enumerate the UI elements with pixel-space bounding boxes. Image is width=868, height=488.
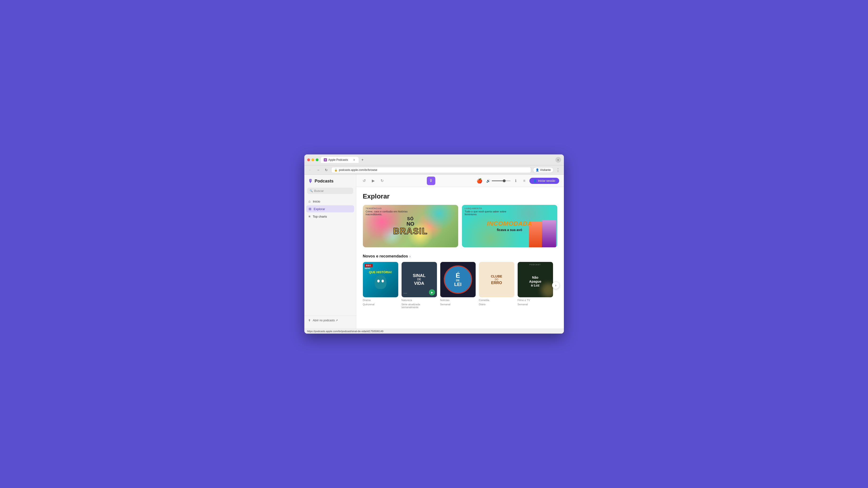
featured-grid: TENDÊNCIAS Crime, caos e confusão em his… — [363, 205, 557, 247]
sinal-frequency: Série atualizada semanalmente — [402, 303, 437, 308]
main-content: Explorar TENDÊNCIAS Crime, caos e confus… — [356, 187, 564, 329]
address-bar[interactable]: 🔒 podcasts.apple.com/br/browse — [331, 167, 531, 173]
section-new-chevron[interactable]: › — [409, 254, 410, 258]
bbc-logo: BBC — [365, 264, 373, 267]
address-text: podcasts.apple.com/br/browse — [339, 168, 377, 172]
card-incomodada-tag: LANÇAMENTO — [465, 207, 482, 209]
status-url: https://podcasts.apple.com/br/podcast/si… — [307, 330, 384, 333]
incomodada-title-line2: ficava a sua avó — [487, 228, 532, 232]
queue-button[interactable]: ≡ — [521, 177, 528, 184]
sinal-vida: VIDA — [413, 281, 426, 286]
maximize-button[interactable] — [316, 158, 318, 161]
status-bar: https://podcasts.apple.com/br/podcast/si… — [304, 329, 564, 333]
sinal-title-top: SINAL — [413, 273, 426, 278]
right-eye — [381, 280, 384, 283]
info-button[interactable]: ℹ — [513, 177, 519, 184]
tabs-area: 🎙 Apple Podcasts ✕ + — [321, 157, 553, 163]
featured-card-brasil[interactable]: TENDÊNCIAS Crime, caos e confusão em his… — [363, 205, 458, 247]
bbc-face-illustration — [373, 275, 388, 291]
volume-fill — [492, 181, 503, 181]
forward-button[interactable]: → — [315, 167, 321, 173]
podcast-card-edel[interactable]: É DE LEI Notícias Semanal — [440, 262, 476, 308]
podcast-thumb-bbc: BBC NEWS QUE HISTÓRIA! — [363, 262, 398, 297]
media-center: ↺ ▶ ↻ 🎙 🍎 — [361, 176, 483, 185]
podcast-center-icon: 🎙 — [427, 176, 435, 185]
sidebar-item-top-charts[interactable]: ≡ Top charts — [306, 213, 354, 220]
sinal-text: SINAL DE VIDA — [413, 273, 426, 286]
media-bar: ↺ ▶ ↻ 🎙 🍎 🔊 ℹ — [356, 175, 564, 187]
signin-button[interactable]: 👤 Iniciar sessão — [529, 178, 559, 184]
featured-card-incomodada[interactable]: LANÇAMENTO Tudo o que você queria saber … — [462, 205, 557, 247]
podcast-card-nao[interactable]: PODCAST Não Apague a Luz Filme e TV — [518, 262, 553, 308]
nao-top-label: PODCAST — [530, 264, 541, 265]
refresh-button[interactable]: ↻ — [323, 167, 329, 173]
edel-circle: É DE LEI — [444, 265, 472, 294]
sidebar: 🎙 Podcasts 🔍 Buscar ⌂ Início ⊞ Explorar … — [304, 175, 356, 329]
podcasts-logo-icon: 🎙 — [308, 178, 313, 184]
more-options-button[interactable]: ⋮ — [555, 167, 561, 173]
home-icon: ⌂ — [309, 199, 310, 203]
play-button[interactable]: ▶ — [370, 177, 377, 184]
sidebar-item-explorar[interactable]: ⊞ Explorar — [306, 205, 354, 213]
search-icon: 🔍 — [310, 189, 313, 192]
clube-genre: Comédia — [479, 299, 514, 301]
close-button[interactable] — [307, 158, 310, 161]
back-button[interactable]: ← — [307, 167, 313, 173]
active-tab[interactable]: 🎙 Apple Podcasts ✕ — [321, 157, 359, 163]
tab-favicon: 🎙 — [324, 158, 327, 161]
podcast-card-clube[interactable]: CLUBE DO ERRO Comédia Diário — [479, 262, 514, 308]
nao-line1: Não — [529, 275, 541, 280]
face-eyes — [377, 280, 384, 283]
podcasts-row-container: BBC NEWS QUE HISTÓRIA! — [363, 262, 557, 308]
clube-title: CLUBE — [491, 274, 502, 278]
edel-lei: LEI — [454, 282, 462, 287]
nav-bar: ← → ↻ 🔒 podcasts.apple.com/br/browse 👤 V… — [304, 165, 564, 175]
list-icon: ≡ — [309, 215, 310, 218]
user-button[interactable]: 👤 Visitante — [533, 167, 554, 173]
nao-text: Não Apague a Luz — [529, 275, 541, 287]
card-brasil-text: SÓ NO BRASIL — [393, 217, 428, 235]
incomodada-title-line1: INCOMODADA — [487, 220, 532, 227]
edel-genre: Notícias — [440, 299, 476, 301]
nao-artwork: PODCAST Não Apague a Luz — [518, 262, 553, 297]
card-incomodada-subtitle: Tudo o que você queria saber sobre femin… — [465, 210, 507, 216]
signin-label: Iniciar sessão — [538, 179, 555, 183]
clube-erro: ERRO — [491, 281, 502, 285]
bbc-news-label: NEWS — [365, 267, 370, 269]
podcast-card-bbc[interactable]: BBC NEWS QUE HISTÓRIA! — [363, 262, 398, 308]
minimize-button[interactable] — [311, 158, 314, 161]
open-podcasts-footer[interactable]: 🎙 Abrir no podcasts ↗ — [304, 316, 356, 325]
podcast-thumb-edel: É DE LEI — [440, 262, 476, 297]
left-eye — [377, 280, 380, 283]
rewind-button[interactable]: ↺ — [361, 177, 368, 184]
clube-do: DO — [491, 278, 502, 281]
bbc-frequency: Quinzenal — [363, 303, 398, 306]
window-menu-button[interactable]: ▾ — [555, 157, 561, 163]
user-area: 👤 Visitante ⋮ — [533, 167, 561, 173]
right-panel: ↺ ▶ ↻ 🎙 🍎 🔊 ℹ — [356, 175, 564, 329]
podcast-card-sinal[interactable]: SINAL DE VIDA ▶ ⋯ Natureza Série atualiz… — [402, 262, 437, 308]
fast-forward-button[interactable]: ↻ — [379, 177, 385, 184]
edel-artwork: É DE LEI — [440, 262, 476, 297]
apple-logo: 🍎 — [476, 178, 483, 184]
edel-e: É — [454, 272, 462, 279]
edel-frequency: Semanal — [440, 303, 476, 306]
nao-frequency: Semanal — [518, 303, 553, 306]
new-tab-button[interactable]: + — [360, 157, 366, 163]
sidebar-logo: 🎙 Podcasts — [304, 178, 356, 188]
traffic-lights — [307, 158, 318, 161]
sidebar-item-top-charts-label: Top charts — [313, 215, 327, 218]
card-brasil-so: SÓ — [393, 217, 428, 221]
sinal-more-button[interactable]: ⋯ — [403, 291, 407, 295]
bbc-genre: Drama — [363, 299, 398, 301]
sinal-play-button[interactable]: ▶ — [429, 289, 435, 295]
volume-area: 🔊 — [486, 179, 510, 183]
next-arrow-button[interactable]: › — [552, 282, 560, 289]
app-name: Podcasts — [315, 179, 334, 184]
volume-slider[interactable] — [492, 181, 510, 181]
search-box[interactable]: 🔍 Buscar — [307, 188, 353, 194]
card-brasil-tag: TENDÊNCIAS — [366, 207, 382, 209]
title-bar: 🎙 Apple Podcasts ✕ + ▾ — [304, 154, 564, 165]
tab-close-button[interactable]: ✕ — [352, 158, 356, 161]
sidebar-item-inicio[interactable]: ⌂ Início — [306, 198, 354, 205]
